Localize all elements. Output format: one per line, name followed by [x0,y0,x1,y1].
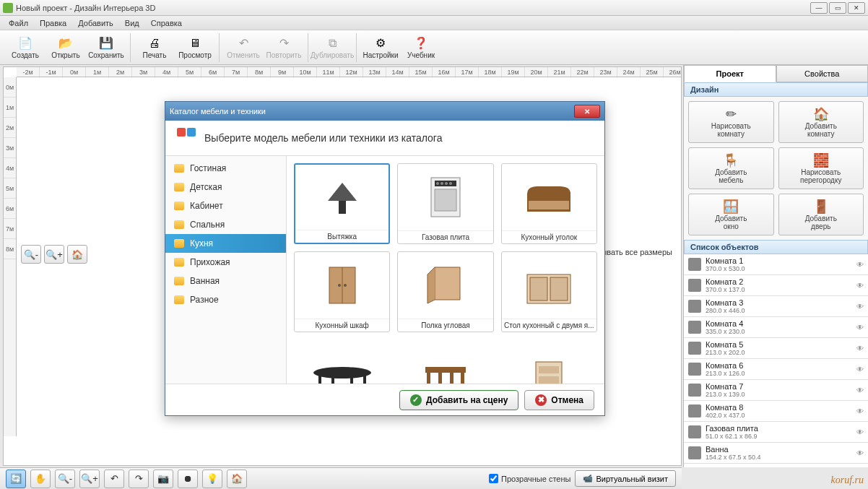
svg-rect-8 [529,201,569,209]
furniture-item[interactable] [294,339,390,384]
category-item[interactable]: Детская [165,178,286,196]
category-item[interactable]: Кабинет [165,196,286,215]
transparent-walls-input[interactable] [489,474,498,483]
home-icon[interactable]: 🏠 [67,245,87,264]
menu-добавить[interactable]: Добавить [72,19,119,27]
virtual-visit-button[interactable]: 📹 Виртуальный визит [575,470,676,487]
object-item[interactable]: Комната 5213.0 x 202.0👁 [684,338,868,359]
menu-файл[interactable]: Файл [3,19,34,27]
furniture-item[interactable]: Стол кухонный с двумя я... [501,251,597,332]
object-item[interactable]: Комната 4335.0 x 230.0👁 [684,317,868,338]
object-icon [688,363,701,376]
rotate-3d-icon[interactable]: 🔄 [6,469,26,488]
category-item[interactable]: Гостиная [165,159,286,178]
furniture-item[interactable]: Газовая плита [397,163,493,244]
furniture-item[interactable]: Кухонный шкаф [294,251,390,332]
dup-icon: ⧉ [324,36,340,51]
object-item[interactable]: Комната 7213.0 x 139.0👁 [684,380,868,401]
object-list[interactable]: Комната 1370.0 x 530.0👁Комната 2370.0 x … [684,254,868,467]
furniture-item[interactable] [501,339,597,384]
design-add-room[interactable]: 🏠Добавить комнату [778,101,864,143]
svg-rect-18 [363,375,366,384]
objects-section-header: Список объектов [684,240,868,254]
record-icon[interactable]: ⏺ [178,469,198,488]
furniture-item[interactable]: Кухонный уголок [501,163,597,244]
dialog-title-bar[interactable]: Каталог мебели и техники ✕ [165,102,604,121]
menu-правка[interactable]: Правка [34,19,72,27]
category-item[interactable]: Разное [165,290,286,309]
help-icon: ❓ [413,36,429,51]
design-add-window[interactable]: 🪟Добавить окно [688,194,774,235]
visibility-icon[interactable]: 👁 [856,303,864,311]
zoom-out-3d-icon[interactable]: 🔍- [55,469,75,488]
visibility-icon[interactable]: 👁 [856,282,864,290]
add-to-scene-button[interactable]: ✓ Добавить на сцену [399,390,518,410]
furniture-item[interactable]: Вытяжка [294,163,390,244]
visibility-icon[interactable]: 👁 [856,324,864,332]
category-item[interactable]: Ванная [165,272,286,290]
object-item[interactable]: Комната 3280.0 x 446.0👁 [684,296,868,317]
visibility-icon[interactable]: 👁 [856,386,864,394]
maximize-button[interactable]: ▭ [829,2,846,14]
cancel-button[interactable]: ✖ Отмена [524,390,594,410]
close-button[interactable]: ✕ [848,2,865,14]
object-item[interactable]: Газовая плита51.0 x 62.1 x 86.9👁 [684,422,868,443]
dialog-close-button[interactable]: ✕ [574,105,600,118]
object-item[interactable]: Комната 2370.0 x 137.0👁 [684,275,868,296]
zoom-out-icon[interactable]: 🔍- [21,245,41,264]
tab-properties[interactable]: Свойства [776,65,869,82]
tool-create[interactable]: 📄Создать [6,32,45,64]
svg-rect-0 [339,201,346,214]
object-item[interactable]: Ванна154.2 x 67.5 x 50.4👁 [684,443,868,464]
transparent-walls-checkbox[interactable]: Прозрачные стены [489,474,570,483]
design-add-furn[interactable]: 🪑Добавить мебель [688,147,774,189]
visibility-icon[interactable]: 👁 [856,428,864,436]
undo-3d-icon[interactable]: ↶ [104,469,124,488]
tool-open[interactable]: 📂Открыть [46,32,85,64]
visibility-icon[interactable]: 👁 [856,261,864,269]
furniture-thumb [295,252,389,319]
object-item[interactable]: Комната 6213.0 x 126.0👁 [684,359,868,380]
redo-3d-icon[interactable]: ↷ [129,469,149,488]
design-draw-wall[interactable]: 🧱Нарисовать перегородку [778,147,864,189]
light-icon[interactable]: 💡 [202,469,222,488]
tool-settings[interactable]: ⚙Настройки [361,32,400,64]
visibility-icon[interactable]: 👁 [856,365,864,373]
design-add-door[interactable]: 🚪Добавить дверь [778,194,864,235]
menu-вид[interactable]: Вид [119,19,145,27]
tab-project[interactable]: Проект [684,65,776,82]
furniture-item[interactable]: Полка угловая [397,251,493,332]
visibility-icon[interactable]: 👁 [856,407,864,415]
svg-rect-15 [550,277,568,300]
visibility-icon[interactable]: 👁 [856,449,864,457]
category-item[interactable]: Спальня [165,215,286,234]
window-title: Новый проект - Дизайн Интерьера 3D [16,4,810,12]
visibility-icon[interactable]: 👁 [856,345,864,352]
svg-rect-21 [425,367,466,373]
menu-справка[interactable]: Справка [145,19,188,27]
object-item[interactable]: Комната 8402.0 x 437.0👁 [684,401,868,422]
minimize-button[interactable]: — [810,2,828,14]
tool-help[interactable]: ❓Учебник [402,32,440,64]
pan-icon[interactable]: ✋ [30,469,51,488]
camera-icon[interactable]: 📷 [153,469,173,488]
object-item[interactable]: Раковина77.3 x 57.2 x 108.4👁 [684,464,868,467]
tool-view[interactable]: 🖥Просмотр [175,32,214,64]
furniture-item[interactable] [397,339,493,384]
check-icon: ✓ [410,394,422,406]
design-draw-room[interactable]: ✏Нарисовать комнату [688,101,774,143]
home-3d-icon[interactable]: 🏠 [227,469,247,488]
svg-point-5 [445,182,448,185]
category-item[interactable]: Прихожая [165,253,286,272]
zoom-in-icon[interactable]: 🔍+ [44,245,64,264]
object-item[interactable]: Комната 1370.0 x 530.0👁 [684,254,868,275]
svg-point-3 [436,182,439,185]
svg-point-11 [338,284,341,287]
svg-rect-19 [331,375,334,384]
tool-print[interactable]: 🖨Печать [135,32,174,64]
category-item[interactable]: Кухня [165,234,286,253]
tool-save[interactable]: 💾Сохранить [87,32,126,64]
camera-fill-icon: 📹 [583,474,593,483]
zoom-in-3d-icon[interactable]: 🔍+ [79,469,100,488]
svg-point-16 [313,367,371,378]
